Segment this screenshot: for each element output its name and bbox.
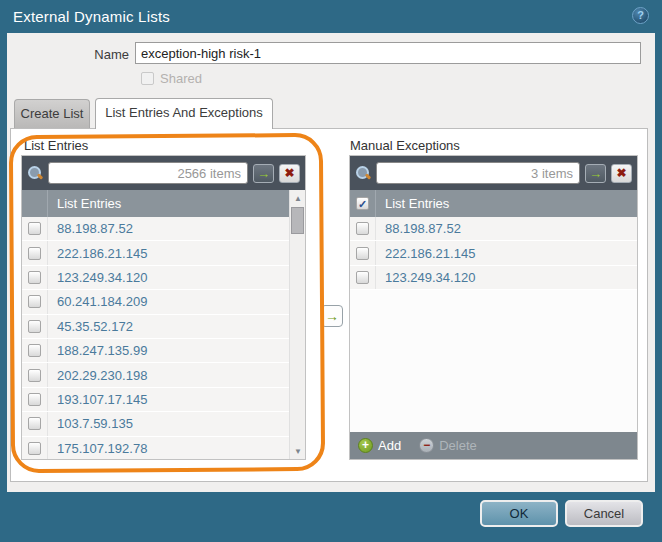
- list-entries-search-input[interactable]: [48, 162, 248, 184]
- list-entries-body: 88.198.87.52 222.186.21.145 123.249.34.1…: [22, 217, 305, 460]
- list-entry-row[interactable]: 60.241.184.209: [22, 290, 305, 314]
- list-entries-header: List Entries: [22, 190, 305, 217]
- scrollbar-thumb[interactable]: [291, 207, 304, 234]
- shared-row: Shared: [141, 71, 202, 86]
- row-checkbox[interactable]: [28, 271, 41, 284]
- list-entry-row[interactable]: 222.186.21.145: [22, 241, 305, 265]
- name-input[interactable]: [135, 42, 641, 64]
- manual-exceptions-header: ✓ List Entries: [350, 190, 637, 217]
- exceptions-action-bar: + Add − Delete: [350, 432, 637, 459]
- column-header: List Entries: [376, 196, 449, 211]
- row-checkbox[interactable]: [28, 344, 41, 357]
- exception-row[interactable]: 123.249.34.120: [350, 266, 637, 290]
- footer-bar: OK Cancel: [0, 492, 662, 542]
- list-entries-table: → ✖ List Entries 88.198.87.52 222.186.21…: [21, 155, 306, 460]
- list-entry-row[interactable]: 88.198.87.52: [22, 217, 305, 241]
- shared-label: Shared: [160, 71, 202, 86]
- row-checkbox[interactable]: [28, 295, 41, 308]
- apply-filter-icon[interactable]: →: [253, 164, 274, 183]
- move-to-exceptions-icon[interactable]: →: [321, 305, 343, 327]
- row-checkbox[interactable]: [28, 369, 41, 382]
- row-checkbox[interactable]: [356, 222, 369, 235]
- list-entry-row[interactable]: 103.7.59.135: [22, 412, 305, 436]
- add-button[interactable]: Add: [378, 438, 401, 453]
- cancel-button[interactable]: Cancel: [565, 500, 643, 527]
- help-icon[interactable]: ?: [632, 7, 649, 24]
- scrollbar[interactable]: ▲ ▼: [289, 190, 305, 460]
- row-checkbox[interactable]: [356, 247, 369, 260]
- tab-create-list[interactable]: Create List: [14, 99, 90, 128]
- title-bar: External Dynamic Lists ?: [0, 0, 662, 33]
- row-checkbox[interactable]: [356, 271, 369, 284]
- row-checkbox[interactable]: [28, 393, 41, 406]
- search-icon: [355, 165, 371, 181]
- list-entry-row[interactable]: 45.35.52.172: [22, 315, 305, 339]
- manual-exceptions-panel-title: Manual Exceptions: [350, 138, 460, 153]
- clear-filter-icon[interactable]: ✖: [611, 164, 632, 183]
- clear-filter-icon[interactable]: ✖: [279, 164, 300, 183]
- row-checkbox[interactable]: [28, 442, 41, 455]
- column-header: List Entries: [48, 196, 121, 211]
- list-entry-row[interactable]: 193.107.17.145: [22, 388, 305, 412]
- row-checkbox[interactable]: [28, 222, 41, 235]
- list-entry-row[interactable]: 188.247.135.99: [22, 339, 305, 363]
- add-icon[interactable]: +: [358, 438, 373, 453]
- name-label: Name: [17, 47, 129, 62]
- external-dynamic-lists-dialog: External Dynamic Lists ? Name Shared Cre…: [0, 0, 662, 542]
- row-checkbox[interactable]: [28, 417, 41, 430]
- manual-exceptions-search-input[interactable]: [376, 162, 580, 184]
- select-all-checkbox[interactable]: ✓: [356, 197, 369, 210]
- exception-row[interactable]: 222.186.21.145: [350, 241, 637, 265]
- delete-button: Delete: [439, 438, 477, 453]
- row-checkbox[interactable]: [28, 247, 41, 260]
- tab-content-panel: List Entries Manual Exceptions → ✖ List …: [10, 128, 648, 482]
- search-icon: [27, 165, 43, 181]
- list-entries-panel-title: List Entries: [24, 138, 88, 153]
- ok-button[interactable]: OK: [480, 500, 558, 527]
- row-checkbox[interactable]: [28, 320, 41, 333]
- shared-checkbox: [141, 72, 154, 85]
- list-entries-search-row: → ✖: [22, 156, 305, 190]
- manual-exceptions-search-row: → ✖: [350, 156, 637, 190]
- scroll-up-icon[interactable]: ▲: [290, 191, 306, 206]
- exception-row[interactable]: 88.198.87.52: [350, 217, 637, 241]
- scroll-down-icon[interactable]: ▼: [290, 444, 306, 459]
- list-entry-row[interactable]: 175.107.192.78: [22, 437, 305, 460]
- manual-exceptions-body: 88.198.87.52 222.186.21.145 123.249.34.1…: [350, 217, 637, 290]
- dialog-title: External Dynamic Lists: [13, 8, 170, 25]
- manual-exceptions-table: → ✖ ✓ List Entries 88.198.87.52 222.186.…: [349, 155, 638, 460]
- delete-icon: −: [419, 438, 434, 453]
- list-entry-row[interactable]: 202.29.230.198: [22, 363, 305, 387]
- list-entry-row[interactable]: 123.249.34.120: [22, 266, 305, 290]
- apply-filter-icon[interactable]: →: [585, 164, 606, 183]
- select-all-column: [22, 190, 48, 217]
- tab-list-entries-and-exceptions[interactable]: List Entries And Exceptions: [95, 98, 273, 129]
- dialog-body: Name Shared Create List List Entries And…: [7, 33, 655, 492]
